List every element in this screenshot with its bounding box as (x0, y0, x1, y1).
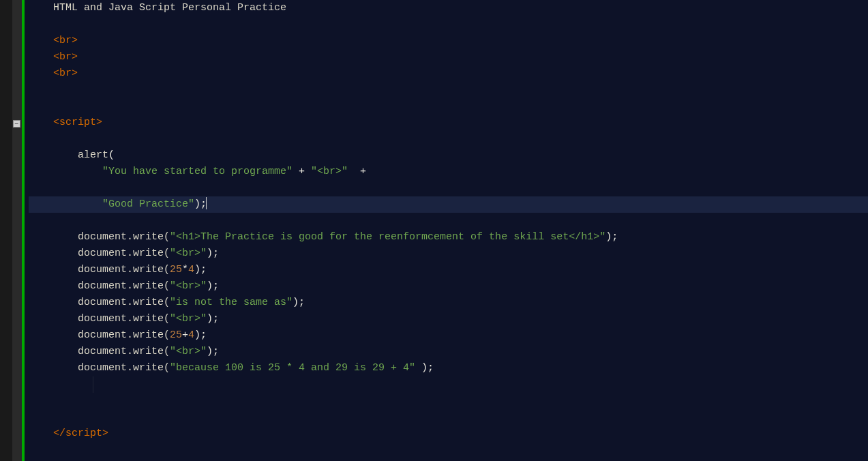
code-line[interactable]: document.write(25+4); (29, 327, 868, 344)
operator-plus: + (348, 166, 366, 177)
indent (29, 68, 53, 79)
indent (29, 117, 53, 128)
indent (29, 166, 102, 177)
paren-close-semicolon: ); (194, 264, 207, 276)
number-literal: 4 (188, 264, 194, 276)
number-literal: 25 (170, 329, 182, 341)
function-call: document.write( (78, 231, 170, 243)
code-line[interactable]: <br> (29, 33, 868, 49)
code-line[interactable]: document.write("because 100 is 25 * 4 an… (29, 360, 868, 376)
code-line-active[interactable]: "Good Practice"); (29, 196, 868, 213)
code-line[interactable]: document.write("<br>"); (29, 246, 868, 262)
function-call: document.write( (78, 362, 170, 374)
string-literal: "<br>" (170, 280, 207, 292)
indent (29, 428, 53, 439)
fold-column: − (12, 0, 22, 461)
paren-open: ( (108, 149, 115, 161)
html-tag: <br> (53, 51, 78, 63)
paren-close-semicolon: ); (207, 248, 219, 259)
function-call: document.write( (78, 329, 170, 341)
paren-close-semicolon: ); (207, 313, 219, 325)
indent (29, 280, 78, 292)
number-literal: 25 (170, 264, 182, 276)
paren-close-semicolon: ); (605, 231, 618, 243)
indent (29, 231, 78, 243)
code-line[interactable] (29, 82, 868, 98)
code-line[interactable]: document.write("is not the same as"); (29, 295, 868, 311)
code-line[interactable]: document.write("<br>"); (29, 311, 868, 327)
code-line[interactable] (29, 131, 868, 147)
indent (29, 198, 102, 210)
code-line[interactable] (29, 409, 868, 426)
code-line[interactable]: HTML and Java Script Personal Practice (29, 0, 868, 16)
code-line[interactable]: <script> (29, 115, 868, 131)
html-tag: <br> (53, 68, 78, 79)
code-line[interactable] (29, 98, 868, 115)
code-line[interactable] (29, 376, 868, 393)
string-literal: "<br>" (170, 313, 207, 325)
code-line[interactable] (29, 16, 868, 33)
indent (29, 346, 78, 357)
indent (29, 264, 78, 276)
string-literal: "because 100 is 25 * 4 and 29 is 29 + 4" (170, 362, 415, 374)
operator-multiply: * (182, 264, 188, 276)
string-literal: "<br>" (311, 166, 348, 177)
script-tag-close: </script> (53, 428, 108, 439)
string-literal: "is not the same as" (170, 297, 293, 308)
string-literal: "Good Practice" (102, 198, 194, 210)
code-line[interactable]: "You have started to programme" + "<br>"… (29, 164, 868, 180)
string-literal: "<br>" (170, 346, 207, 357)
operator-plus: + (182, 329, 188, 341)
number-literal: 4 (188, 329, 194, 341)
function-call: document.write( (78, 280, 170, 292)
function-call: document.write( (78, 346, 170, 357)
function-name: alert (78, 149, 108, 161)
code-area[interactable]: HTML and Java Script Personal Practice <… (25, 0, 868, 461)
string-literal: "<h1>The Practice is good for the reenfo… (170, 231, 605, 243)
function-call: document.write( (78, 264, 170, 276)
code-line[interactable] (29, 393, 868, 409)
function-call: document.write( (78, 297, 170, 308)
code-line[interactable]: document.write("<br>"); (29, 278, 868, 295)
paren-close-semicolon: ); (207, 346, 219, 357)
indent (29, 51, 53, 63)
string-literal: "You have started to programme" (102, 166, 293, 177)
code-line[interactable]: <br> (29, 49, 868, 65)
code-line[interactable]: document.write("<br>"); (29, 344, 868, 360)
code-line[interactable]: alert( (29, 147, 868, 164)
code-line[interactable]: document.write(25*4); (29, 262, 868, 278)
indent (29, 35, 53, 46)
line-number-gutter (0, 0, 12, 461)
code-text: HTML and Java Script Personal Practice (29, 2, 286, 14)
indent (29, 149, 78, 161)
paren-close-semicolon: ); (207, 280, 219, 292)
string-literal: "<br>" (170, 248, 207, 259)
code-line[interactable]: document.write("<h1>The Practice is good… (29, 229, 868, 246)
code-line[interactable]: </script> (29, 426, 868, 442)
code-line[interactable] (29, 213, 868, 229)
indent (29, 313, 78, 325)
code-line[interactable]: <br> (29, 65, 868, 82)
indent (29, 329, 78, 341)
code-editor[interactable]: − HTML and Java Script Personal Practice… (0, 0, 868, 461)
indent (29, 297, 78, 308)
code-line[interactable] (29, 180, 868, 196)
indent (29, 248, 78, 259)
paren-close-semicolon: ); (194, 329, 207, 341)
paren-close-semicolon: ); (194, 198, 207, 210)
html-tag: <br> (53, 35, 78, 46)
operator-plus: + (293, 166, 311, 177)
text-caret (206, 197, 207, 209)
fold-collapse-icon[interactable]: − (13, 120, 20, 128)
function-call: document.write( (78, 248, 170, 259)
paren-close-semicolon: ); (293, 297, 305, 308)
indent (29, 362, 78, 374)
paren-close-semicolon: ); (415, 362, 434, 374)
script-tag-open: <script> (53, 117, 102, 128)
indent-guide (93, 376, 93, 393)
function-call: document.write( (78, 313, 170, 325)
